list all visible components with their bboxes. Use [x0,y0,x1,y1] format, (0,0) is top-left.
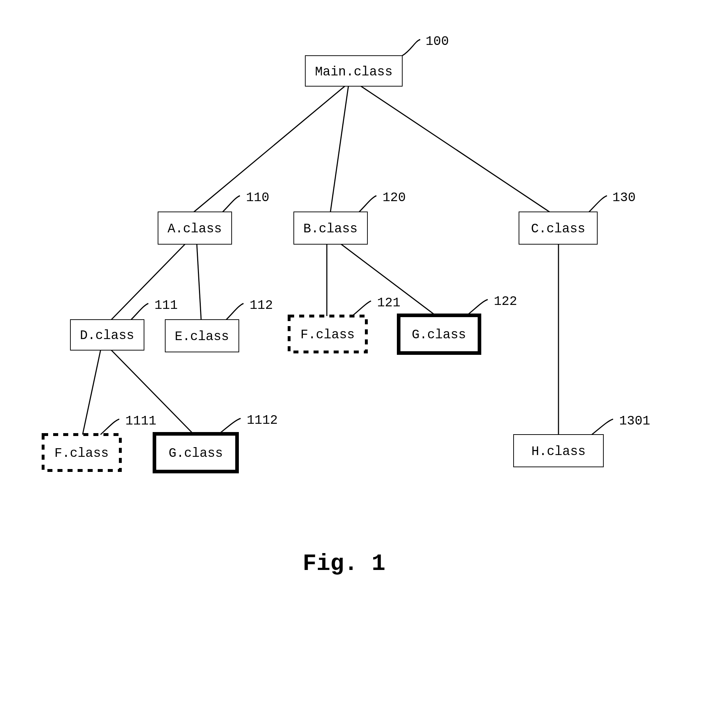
label-b: B.class [303,222,357,236]
node-c-class: C.class 130 [519,190,636,244]
label-main: Main.class [315,65,393,80]
label-f1: F.class [300,327,355,342]
ref-f1: 121 [377,295,401,310]
ref-d: 111 [154,298,178,313]
node-d-class: D.class 111 [70,298,178,350]
ref-g2: 1112 [247,413,278,428]
ref-e: 112 [249,298,273,313]
ref-b: 120 [382,190,406,205]
node-e-class: E.class 112 [165,298,273,352]
label-g2: G.class [168,446,223,461]
label-g1: G.class [411,327,466,342]
node-main-class: Main.class 100 [305,34,449,86]
ref-h: 1301 [619,414,650,428]
ref-main: 100 [425,34,449,49]
label-a: A.class [167,222,222,236]
ref-f2: 1111 [125,414,156,428]
ref-c: 130 [612,190,636,205]
label-c: C.class [531,222,585,236]
node-g-class-1: G.class 122 [399,294,517,353]
label-e: E.class [174,329,229,344]
node-f-class-2: F.class 1111 [43,414,156,470]
node-f-class-1: F.class 121 [289,295,401,352]
figure-label: Fig. 1 [303,551,385,577]
diagram-canvas: Main.class 100 A.class 110 B.class 120 C… [0,0,728,719]
edge-main-a [194,86,345,212]
node-g-class-2: G.class 1112 [154,413,278,471]
edge-main-b [330,86,349,212]
ref-a: 110 [246,190,269,205]
node-b-class: B.class 120 [294,190,406,244]
ref-g1: 122 [494,294,517,309]
edge-a-e [197,244,201,320]
label-d: D.class [80,328,134,343]
edge-d-f [83,350,101,434]
node-a-class: A.class 110 [158,190,269,244]
label-h: H.class [531,444,586,459]
label-f2: F.class [54,446,109,461]
node-h-class: H.class 1301 [514,414,650,467]
